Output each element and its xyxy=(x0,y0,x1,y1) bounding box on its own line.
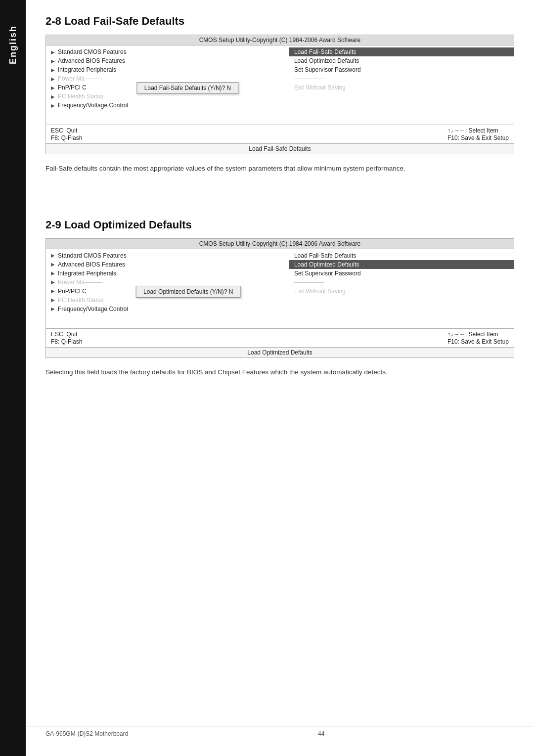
bios1-dialog: Load Fail-Safe Defaults (Y/N)? N xyxy=(137,82,238,94)
bios2-item-3: ▶ Integrated Peripherals xyxy=(46,269,289,278)
bios-screenshot-1: CMOS Setup Utility-Copyright (C) 1984-20… xyxy=(45,35,514,154)
bios2-item-4-label: Power Ma——— xyxy=(58,279,102,286)
bios1-item-5: ▶ PnP/PCI C Load Fail-Safe Defaults (Y/N… xyxy=(46,83,289,92)
bios1-item-1-label: Standard CMOS Features xyxy=(58,48,127,55)
bios1-f10-save: F10: Save & Exit Setup xyxy=(447,134,509,141)
arrow2-icon-2: ▶ xyxy=(51,262,55,267)
bios1-status: Load Fail-Safe Defaults xyxy=(46,143,514,154)
section2-heading: 2-9 Load Optimized Defaults xyxy=(45,219,514,231)
arrow2-icon-6: ▶ xyxy=(51,297,55,303)
sidebar-label: English xyxy=(8,25,18,64)
bios2-item-7-label: Frequency/Voltage Control xyxy=(58,306,128,312)
bios2-item-2: ▶ Advanced BIOS Features xyxy=(46,260,289,269)
bios1-right-1: Load Fail-Safe Defaults xyxy=(289,47,514,56)
bios2-status: Load Optimized Defaults xyxy=(46,347,514,357)
arrow2-icon-5: ▶ xyxy=(51,288,55,294)
bios2-item-7: ▶ Frequency/Voltage Control xyxy=(46,305,289,313)
arrow-icon-6: ▶ xyxy=(51,94,55,99)
bios1-left-col: ▶ Standard CMOS Features ▶ Advanced BIOS… xyxy=(46,45,289,125)
bios2-footer-right: ↑↓→←: Select Item F10: Save & Exit Setup xyxy=(447,331,509,345)
bios2-item-1: ▶ Standard CMOS Features xyxy=(46,251,289,260)
footer-center: - 44 - xyxy=(314,730,328,737)
bios2-item-5: ▶ PnP/PCI C Load Optimized Defaults (Y/N… xyxy=(46,287,289,296)
section2-description: Selecting this field loads the factory d… xyxy=(45,367,514,378)
bios1-item-7-label: Frequency/Voltage Control xyxy=(58,102,128,109)
bios1-footer: ESC: Quit F8: Q-Flash ↑↓→←: Select Item … xyxy=(46,125,514,143)
footer-left: GA-965GM-(D)S2 Motherboard xyxy=(45,730,128,737)
bios1-item-6-label: PC Health Status xyxy=(58,93,103,100)
bios2-item-3-label: Integrated Peripherals xyxy=(58,270,116,277)
arrow2-icon-7: ▶ xyxy=(51,306,55,311)
arrow2-icon-1: ▶ xyxy=(51,253,55,258)
bios2-footer: ESC: Quit F8: Q-Flash ↑↓→←: Select Item … xyxy=(46,328,514,347)
bios1-right-col: Load Fail-Safe Defaults Load Optimized D… xyxy=(289,45,514,125)
arrow2-icon-3: ▶ xyxy=(51,270,55,276)
bios1-footer-right: ↑↓→←: Select Item F10: Save & Exit Setup xyxy=(447,127,509,141)
bios1-item-3: ▶ Integrated Peripherals xyxy=(46,65,289,74)
bios1-right-3: Set Supervisor Password xyxy=(289,65,514,74)
bios1-esc-quit: ESC: Quit xyxy=(51,127,82,134)
bios2-right-1: Load Fail-Safe Defaults xyxy=(289,251,514,260)
bios1-nav-keys: ↑↓→←: Select Item xyxy=(447,127,509,134)
page-footer: GA-965GM-(D)S2 Motherboard - 44 - xyxy=(26,726,534,741)
bios1-item-1: ▶ Standard CMOS Features xyxy=(46,47,289,56)
bios2-item-6-label: PC Health Status xyxy=(58,297,103,304)
bios1-item-4-label: Power Ma——— xyxy=(58,75,102,82)
section1-heading: 2-8 Load Fail-Safe Defaults xyxy=(45,15,514,28)
bios1-item-5-label: PnP/PCI C xyxy=(58,84,87,91)
bios2-body: ▶ Standard CMOS Features ▶ Advanced BIOS… xyxy=(46,249,514,328)
arrow-icon-4: ▶ xyxy=(51,76,55,82)
arrow-icon-7: ▶ xyxy=(51,103,55,108)
bios2-item-5-label: PnP/PCI C xyxy=(58,288,87,295)
bios1-right-5: Exit Without Saving xyxy=(289,83,514,92)
bios1-footer-left: ESC: Quit F8: Q-Flash xyxy=(51,127,82,141)
bios-screenshot-2: CMOS Setup Utility-Copyright (C) 1984-20… xyxy=(45,238,514,358)
bios2-footer-left: ESC: Quit F8: Q-Flash xyxy=(51,331,82,345)
bios1-item-3-label: Integrated Peripherals xyxy=(58,66,116,73)
bios2-right-2: Load Optimized Defaults xyxy=(289,260,514,269)
bios2-right-col: Load Fail-Safe Defaults Load Optimized D… xyxy=(289,249,514,328)
arrow-icon-1: ▶ xyxy=(51,49,55,55)
bios1-item-2: ▶ Advanced BIOS Features xyxy=(46,56,289,65)
bios1-item-7: ▶ Frequency/Voltage Control xyxy=(46,101,289,110)
bios2-f10-save: F10: Save & Exit Setup xyxy=(447,338,509,345)
main-content: 2-8 Load Fail-Safe Defaults CMOS Setup U… xyxy=(26,0,534,412)
bios1-item-2-label: Advanced BIOS Features xyxy=(58,57,125,64)
bios1-right-2: Load Optimized Defaults xyxy=(289,56,514,65)
bios2-esc-quit: ESC: Quit xyxy=(51,331,82,338)
bios2-item-2-label: Advanced BIOS Features xyxy=(58,261,125,268)
bios2-title: CMOS Setup Utility-Copyright (C) 1984-20… xyxy=(46,239,514,249)
bios1-right-4: ————— xyxy=(289,74,514,83)
bios2-item-1-label: Standard CMOS Features xyxy=(58,252,127,259)
arrow-icon-2: ▶ xyxy=(51,58,55,64)
sidebar: English xyxy=(0,0,26,756)
arrow2-icon-4: ▶ xyxy=(51,279,55,285)
bios2-f8-qflash: F8: Q-Flash xyxy=(51,338,82,345)
bios2-right-5: Exit Without Saving xyxy=(289,287,514,296)
bios2-right-4: ————— xyxy=(289,278,514,287)
bios1-body: ▶ Standard CMOS Features ▶ Advanced BIOS… xyxy=(46,45,514,125)
bios2-dialog: Load Optimized Defaults (Y/N)? N xyxy=(136,286,240,298)
arrow-icon-5: ▶ xyxy=(51,85,55,90)
section1-description: Fail-Safe defaults contain the most appr… xyxy=(45,163,514,174)
bios2-nav-keys: ↑↓→←: Select Item xyxy=(447,331,509,338)
bios1-f8-qflash: F8: Q-Flash xyxy=(51,134,82,141)
bios2-left-col: ▶ Standard CMOS Features ▶ Advanced BIOS… xyxy=(46,249,289,328)
arrow-icon-3: ▶ xyxy=(51,67,55,73)
bios1-title: CMOS Setup Utility-Copyright (C) 1984-20… xyxy=(46,35,514,45)
bios2-right-3: Set Supervisor Password xyxy=(289,269,514,278)
